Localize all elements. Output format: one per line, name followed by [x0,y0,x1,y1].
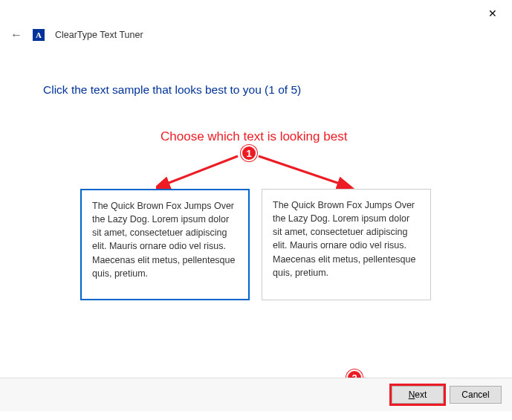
text-sample-1-content: The Quick Brown Fox Jumps Over the Lazy … [92,201,235,279]
next-button[interactable]: Next [392,386,444,404]
svg-line-1 [259,156,342,184]
annotation-arrow-left [156,149,253,193]
close-icon[interactable]: ✕ [482,4,503,22]
annotation-label: Choose which text is looking best [161,129,347,144]
cancel-button[interactable]: Cancel [450,386,502,404]
annotation-arrow-right [253,149,357,193]
text-sample-1[interactable]: The Quick Brown Fox Jumps Over the Lazy … [80,189,250,300]
annotation-badge-1: 1 [241,145,257,161]
sample-container: The Quick Brown Fox Jumps Over the Lazy … [80,189,431,300]
cancel-button-label: Cancel [461,390,489,400]
next-button-rest: ext [415,390,427,400]
app-icon: A [33,29,45,41]
instruction-text: Click the text sample that looks best to… [43,83,301,97]
back-arrow-icon[interactable]: ← [10,28,22,42]
text-sample-2-content: The Quick Brown Fox Jumps Over the Lazy … [273,200,415,278]
footer: Next Cancel [0,378,512,411]
header: ← A ClearType Text Tuner [10,28,143,42]
svg-line-0 [165,156,238,184]
window-title: ClearType Text Tuner [55,30,143,40]
text-sample-2[interactable]: The Quick Brown Fox Jumps Over the Lazy … [262,189,431,300]
